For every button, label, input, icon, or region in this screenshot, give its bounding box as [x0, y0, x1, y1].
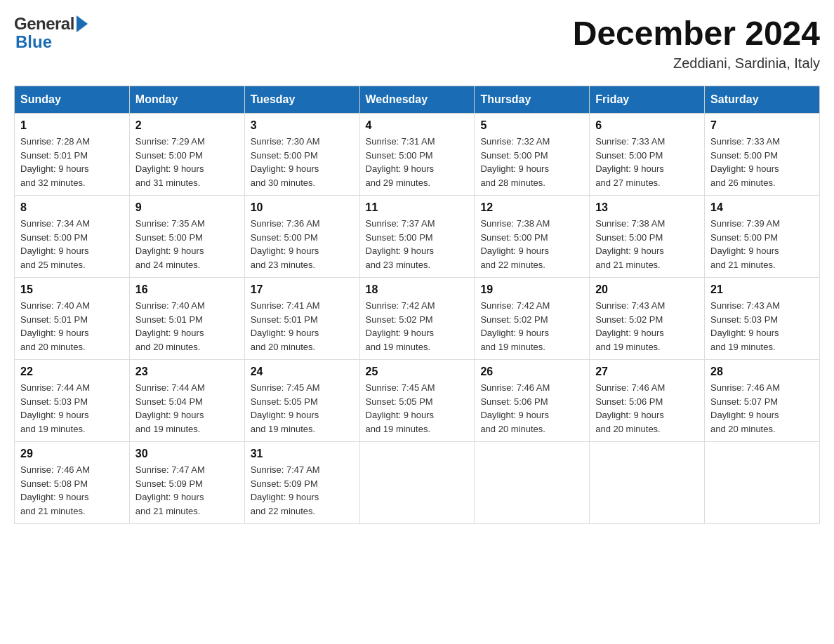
day-info: Sunrise: 7:36 AM Sunset: 5:00 PM Dayligh…	[251, 217, 354, 271]
day-number: 17	[251, 283, 354, 296]
day-info: Sunrise: 7:34 AM Sunset: 5:00 PM Dayligh…	[20, 217, 124, 271]
table-row: 5 Sunrise: 7:32 AM Sunset: 5:00 PM Dayli…	[475, 114, 590, 196]
day-number: 5	[480, 119, 583, 132]
day-number: 26	[480, 365, 583, 378]
day-info: Sunrise: 7:31 AM Sunset: 5:00 PM Dayligh…	[366, 135, 469, 189]
day-info: Sunrise: 7:38 AM Sunset: 5:00 PM Dayligh…	[595, 217, 699, 271]
day-info: Sunrise: 7:35 AM Sunset: 5:00 PM Dayligh…	[135, 217, 239, 271]
table-row: 27 Sunrise: 7:46 AM Sunset: 5:06 PM Dayl…	[590, 360, 705, 442]
table-row: 24 Sunrise: 7:45 AM Sunset: 5:05 PM Dayl…	[244, 360, 359, 442]
col-sunday: Sunday	[15, 86, 130, 114]
day-number: 4	[366, 119, 469, 132]
day-info: Sunrise: 7:45 AM Sunset: 5:05 PM Dayligh…	[251, 381, 354, 436]
table-row: 4 Sunrise: 7:31 AM Sunset: 5:00 PM Dayli…	[359, 114, 475, 196]
table-row: 31 Sunrise: 7:47 AM Sunset: 5:09 PM Dayl…	[244, 442, 359, 524]
day-info: Sunrise: 7:40 AM Sunset: 5:01 PM Dayligh…	[135, 299, 239, 354]
table-row: 16 Sunrise: 7:40 AM Sunset: 5:01 PM Dayl…	[129, 278, 244, 360]
day-number: 23	[135, 365, 239, 378]
calendar-week-row: 29 Sunrise: 7:46 AM Sunset: 5:08 PM Dayl…	[15, 442, 820, 524]
table-row: 25 Sunrise: 7:45 AM Sunset: 5:05 PM Dayl…	[359, 360, 475, 442]
table-row: 15 Sunrise: 7:40 AM Sunset: 5:01 PM Dayl…	[15, 278, 130, 360]
logo-blue-text: Blue	[15, 32, 52, 51]
logo: General Blue	[14, 14, 88, 52]
table-row: 3 Sunrise: 7:30 AM Sunset: 5:00 PM Dayli…	[244, 114, 359, 196]
table-row	[705, 442, 820, 524]
table-row: 26 Sunrise: 7:46 AM Sunset: 5:06 PM Dayl…	[475, 360, 590, 442]
day-number: 29	[20, 448, 124, 460]
day-info: Sunrise: 7:46 AM Sunset: 5:08 PM Dayligh…	[20, 463, 124, 518]
table-row: 8 Sunrise: 7:34 AM Sunset: 5:00 PM Dayli…	[15, 196, 130, 278]
day-number: 1	[20, 119, 124, 132]
table-row: 13 Sunrise: 7:38 AM Sunset: 5:00 PM Dayl…	[590, 196, 705, 278]
day-number: 24	[251, 365, 354, 378]
day-number: 27	[595, 365, 699, 378]
logo-general-text: General	[14, 14, 74, 34]
calendar-week-row: 1 Sunrise: 7:28 AM Sunset: 5:01 PM Dayli…	[15, 114, 820, 196]
table-row: 22 Sunrise: 7:44 AM Sunset: 5:03 PM Dayl…	[15, 360, 130, 442]
day-info: Sunrise: 7:38 AM Sunset: 5:00 PM Dayligh…	[480, 217, 583, 271]
table-row: 12 Sunrise: 7:38 AM Sunset: 5:00 PM Dayl…	[475, 196, 590, 278]
table-row: 1 Sunrise: 7:28 AM Sunset: 5:01 PM Dayli…	[15, 114, 130, 196]
table-row: 18 Sunrise: 7:42 AM Sunset: 5:02 PM Dayl…	[359, 278, 475, 360]
day-info: Sunrise: 7:37 AM Sunset: 5:00 PM Dayligh…	[366, 217, 469, 271]
col-friday: Friday	[590, 86, 705, 114]
month-title: December 2024	[573, 14, 820, 53]
table-row: 21 Sunrise: 7:43 AM Sunset: 5:03 PM Dayl…	[705, 278, 820, 360]
day-info: Sunrise: 7:41 AM Sunset: 5:01 PM Dayligh…	[251, 299, 354, 354]
calendar-table: Sunday Monday Tuesday Wednesday Thursday…	[14, 86, 820, 524]
calendar-week-row: 8 Sunrise: 7:34 AM Sunset: 5:00 PM Dayli…	[15, 196, 820, 278]
day-number: 6	[595, 119, 699, 132]
calendar-week-row: 15 Sunrise: 7:40 AM Sunset: 5:01 PM Dayl…	[15, 278, 820, 360]
col-wednesday: Wednesday	[359, 86, 475, 114]
table-row: 11 Sunrise: 7:37 AM Sunset: 5:00 PM Dayl…	[359, 196, 475, 278]
day-info: Sunrise: 7:43 AM Sunset: 5:03 PM Dayligh…	[710, 299, 814, 354]
day-info: Sunrise: 7:28 AM Sunset: 5:01 PM Dayligh…	[20, 135, 124, 189]
day-number: 14	[710, 201, 814, 214]
day-number: 8	[20, 201, 124, 214]
day-info: Sunrise: 7:47 AM Sunset: 5:09 PM Dayligh…	[251, 463, 354, 518]
table-row: 6 Sunrise: 7:33 AM Sunset: 5:00 PM Dayli…	[590, 114, 705, 196]
day-number: 13	[595, 201, 699, 214]
table-row: 7 Sunrise: 7:33 AM Sunset: 5:00 PM Dayli…	[705, 114, 820, 196]
day-info: Sunrise: 7:46 AM Sunset: 5:06 PM Dayligh…	[595, 381, 699, 436]
day-info: Sunrise: 7:29 AM Sunset: 5:00 PM Dayligh…	[135, 135, 239, 189]
day-info: Sunrise: 7:32 AM Sunset: 5:00 PM Dayligh…	[480, 135, 583, 189]
day-info: Sunrise: 7:42 AM Sunset: 5:02 PM Dayligh…	[366, 299, 469, 354]
day-info: Sunrise: 7:33 AM Sunset: 5:00 PM Dayligh…	[595, 135, 699, 189]
table-row	[590, 442, 705, 524]
day-info: Sunrise: 7:42 AM Sunset: 5:02 PM Dayligh…	[480, 299, 583, 354]
table-row: 20 Sunrise: 7:43 AM Sunset: 5:02 PM Dayl…	[590, 278, 705, 360]
location-subtitle: Zeddiani, Sardinia, Italy	[573, 55, 820, 72]
table-row: 30 Sunrise: 7:47 AM Sunset: 5:09 PM Dayl…	[129, 442, 244, 524]
day-number: 18	[366, 283, 469, 296]
col-tuesday: Tuesday	[244, 86, 359, 114]
day-number: 25	[366, 365, 469, 378]
table-row: 19 Sunrise: 7:42 AM Sunset: 5:02 PM Dayl…	[475, 278, 590, 360]
col-saturday: Saturday	[705, 86, 820, 114]
day-number: 22	[20, 365, 124, 378]
col-monday: Monday	[129, 86, 244, 114]
table-row	[475, 442, 590, 524]
day-number: 11	[366, 201, 469, 214]
day-info: Sunrise: 7:39 AM Sunset: 5:00 PM Dayligh…	[710, 217, 814, 271]
day-number: 19	[480, 283, 583, 296]
day-number: 2	[135, 119, 239, 132]
title-area: December 2024 Zeddiani, Sardinia, Italy	[573, 14, 820, 72]
table-row: 28 Sunrise: 7:46 AM Sunset: 5:07 PM Dayl…	[705, 360, 820, 442]
table-row: 10 Sunrise: 7:36 AM Sunset: 5:00 PM Dayl…	[244, 196, 359, 278]
day-info: Sunrise: 7:46 AM Sunset: 5:07 PM Dayligh…	[710, 381, 814, 436]
day-number: 31	[251, 448, 354, 460]
calendar-header-row: Sunday Monday Tuesday Wednesday Thursday…	[15, 86, 820, 114]
table-row: 9 Sunrise: 7:35 AM Sunset: 5:00 PM Dayli…	[129, 196, 244, 278]
day-number: 15	[20, 283, 124, 296]
day-info: Sunrise: 7:44 AM Sunset: 5:04 PM Dayligh…	[135, 381, 239, 436]
table-row: 23 Sunrise: 7:44 AM Sunset: 5:04 PM Dayl…	[129, 360, 244, 442]
day-number: 3	[251, 119, 354, 132]
day-info: Sunrise: 7:45 AM Sunset: 5:05 PM Dayligh…	[366, 381, 469, 436]
table-row	[359, 442, 475, 524]
day-number: 16	[135, 283, 239, 296]
day-number: 12	[480, 201, 583, 214]
day-info: Sunrise: 7:40 AM Sunset: 5:01 PM Dayligh…	[20, 299, 124, 354]
logo-arrow-icon	[77, 15, 88, 32]
day-info: Sunrise: 7:30 AM Sunset: 5:00 PM Dayligh…	[251, 135, 354, 189]
